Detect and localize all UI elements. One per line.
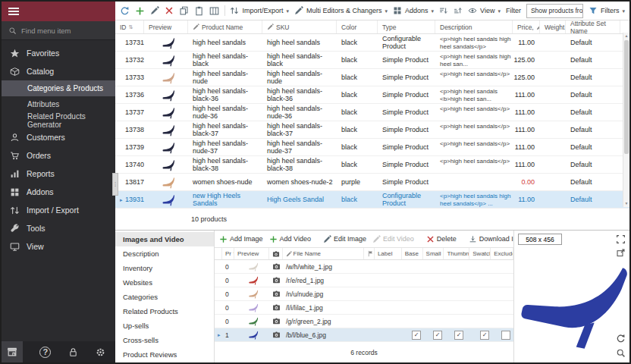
grid-scrollbar[interactable]: ▲ ▼ — [623, 33, 629, 207]
download-image-button[interactable]: Download Image — [469, 235, 513, 243]
sidebar-item-orders[interactable]: Orders — [2, 146, 115, 165]
add-image-button[interactable]: Add Image — [219, 235, 263, 243]
table-row[interactable]: 13736 high heel sandals-black-36 high he… — [115, 86, 629, 104]
delete-image-button[interactable]: Delete — [426, 235, 457, 243]
thumbnail-checkbox[interactable] — [454, 304, 462, 312]
column-attribute-set[interactable]: Attribute Set Name — [566, 20, 620, 33]
swatch-checkbox[interactable] — [480, 331, 489, 340]
exclude-checkbox[interactable] — [501, 331, 510, 340]
column-id[interactable]: ID⇅ — [115, 20, 144, 33]
sidebar-splitter-handle[interactable]: ⋮ — [112, 173, 118, 196]
sidebar-item-categories-products[interactable]: Categories & Products — [2, 80, 115, 96]
table-row[interactable]: 13931 new High Heels Sandals High Geels … — [115, 191, 629, 209]
edit-product-button[interactable] — [150, 5, 159, 16]
sort-descending-button[interactable] — [454, 5, 463, 16]
scrollbar-thumb[interactable] — [624, 40, 629, 154]
table-row[interactable]: 13731 high heel sandals high heel sandal… — [115, 34, 629, 52]
column-position[interactable]: Pr⇅ — [222, 248, 234, 259]
fullscreen-button[interactable] — [616, 234, 626, 243]
sidebar-search-input[interactable]: Find menu item — [2, 21, 115, 40]
column-label[interactable]: Label — [375, 248, 402, 259]
menu-toggle-button[interactable] — [2, 2, 115, 21]
media-row[interactable]: 0 /w/h/white_1.jpg — [215, 260, 513, 274]
small-checkbox[interactable] — [433, 263, 441, 271]
sidebar-item-reports[interactable]: Reports — [2, 165, 115, 183]
sidebar-item-customers[interactable]: Customers — [2, 128, 115, 146]
detail-tab[interactable]: Related Products — [115, 304, 214, 318]
exclude-checkbox[interactable] — [501, 263, 509, 271]
column-description[interactable]: Description — [435, 20, 513, 33]
media-row[interactable]: 0 /r/e/red_1.jpg — [215, 274, 513, 287]
table-row[interactable]: 13738 high heel sandals-black-37 high he… — [115, 121, 629, 139]
small-checkbox[interactable] — [433, 277, 441, 284]
table-row[interactable]: 13739 high heel sandals-nude-37 high hee… — [115, 139, 629, 156]
column-color[interactable]: Color — [337, 20, 378, 33]
column-swatch[interactable]: Swatch — [469, 248, 491, 259]
column-small[interactable]: Small — [423, 248, 444, 259]
base-checkbox[interactable] — [412, 304, 419, 312]
paste-button[interactable] — [194, 5, 204, 16]
import-export-menu-button[interactable]: Import/Export ▾ — [230, 6, 289, 15]
swatch-checkbox[interactable] — [480, 304, 488, 312]
table-row[interactable]: 13732 high heel sandals-black high heel … — [115, 52, 629, 69]
column-exclude[interactable]: Exclude — [491, 248, 513, 259]
column-product-name[interactable]: Product Name — [188, 20, 262, 33]
category-filter-select[interactable]: Show products from selected categories ▾ — [526, 4, 583, 18]
thumbnail-checkbox[interactable] — [454, 290, 462, 298]
edit-video-button[interactable]: Edit Video — [372, 235, 414, 243]
swatch-checkbox[interactable] — [480, 318, 488, 325]
thumbnail-checkbox[interactable] — [454, 277, 462, 284]
thumbnail-checkbox[interactable] — [454, 318, 462, 325]
addons-menu-button[interactable]: Addons ▾ — [393, 6, 434, 15]
detail-tab[interactable]: Description — [115, 246, 214, 261]
table-row[interactable]: 13737 high heel sandals-nude-36 high hee… — [115, 104, 629, 121]
sort-ascending-button[interactable] — [439, 5, 448, 16]
sidebar-item-favorites[interactable]: Favorites — [2, 44, 115, 62]
column-base[interactable]: Base — [402, 248, 423, 259]
copy-button[interactable] — [179, 5, 189, 16]
store-button[interactable] — [2, 341, 23, 362]
zoom-button[interactable] — [616, 347, 626, 357]
column-file-name[interactable]: File Name — [283, 248, 364, 259]
base-checkbox[interactable] — [412, 290, 419, 298]
sidebar-item-catalog[interactable]: Catalog — [2, 62, 115, 80]
add-product-button[interactable] — [135, 5, 145, 16]
rotate-button[interactable] — [616, 333, 626, 343]
columns-button[interactable] — [209, 5, 219, 16]
base-checkbox[interactable] — [412, 263, 419, 271]
detail-tab[interactable]: Categories — [115, 290, 214, 304]
media-row[interactable]: 0 /n/u/nude.jpg — [215, 287, 513, 301]
small-checkbox[interactable] — [433, 290, 441, 298]
thumbnail-checkbox[interactable] — [454, 331, 463, 340]
base-checkbox[interactable] — [412, 318, 419, 325]
column-preview[interactable]: Preview — [234, 248, 269, 259]
exclude-checkbox[interactable] — [501, 290, 509, 298]
refresh-button[interactable] — [120, 5, 130, 16]
view-menu-button[interactable]: View ▾ — [468, 6, 501, 15]
sidebar-item-tools[interactable]: Tools — [2, 219, 115, 237]
media-row[interactable]: 1 /b/l/blue_6.jpg — [215, 328, 513, 342]
small-checkbox[interactable] — [433, 331, 442, 340]
media-row[interactable]: 0 /l/i/lilac_1.jpg — [215, 301, 513, 315]
delete-product-button[interactable] — [165, 5, 174, 16]
table-row[interactable]: 13817 women shoes-nude women shoes-nude-… — [115, 174, 629, 191]
thumbnail-checkbox[interactable] — [454, 263, 462, 271]
column-preview[interactable]: Preview — [144, 20, 188, 33]
exclude-checkbox[interactable] — [501, 318, 509, 325]
swatch-checkbox[interactable] — [480, 263, 488, 271]
sidebar-item-view[interactable]: View — [2, 237, 115, 256]
table-row[interactable]: 13733 high heel sandals-nude high heel s… — [115, 69, 629, 86]
add-video-button[interactable]: Add Video — [269, 235, 311, 243]
exclude-checkbox[interactable] — [501, 277, 509, 284]
column-type[interactable]: Type — [378, 20, 435, 33]
scroll-up-icon[interactable]: ▲ — [623, 33, 629, 39]
base-checkbox[interactable] — [412, 331, 421, 340]
multi-editors-menu-button[interactable]: Multi Editors & Changers ▾ — [294, 6, 388, 15]
settings-button[interactable] — [96, 347, 106, 357]
sidebar-item-attributes[interactable]: Attributes — [2, 96, 115, 112]
detail-tab[interactable]: Images and Video — [115, 232, 214, 246]
detail-tab[interactable]: Cross-sells — [115, 333, 214, 347]
detail-tab[interactable]: Up-sells — [115, 318, 214, 333]
detail-tab[interactable]: Websites — [115, 275, 214, 290]
swatch-checkbox[interactable] — [480, 290, 488, 298]
